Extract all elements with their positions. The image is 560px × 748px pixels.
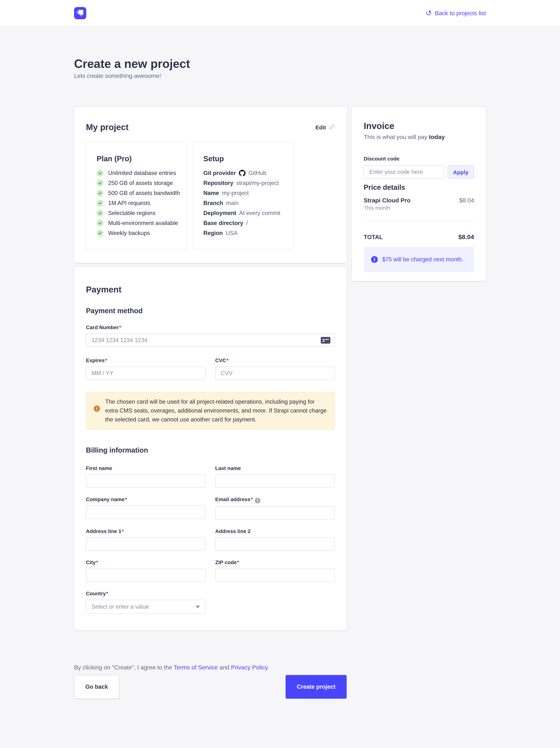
city-label: City* bbox=[86, 559, 205, 566]
zip-code-input[interactable] bbox=[215, 568, 335, 582]
list-item: Unlimited database entries bbox=[97, 170, 176, 177]
email-label: Email address*i bbox=[215, 496, 335, 504]
main-content: Create a new project Lets create somethi… bbox=[0, 56, 560, 748]
back-link-label: Back to projects list bbox=[435, 10, 486, 17]
page-head: Create a new project Lets create somethi… bbox=[74, 56, 486, 80]
terms-of-service-link[interactable]: Terms of Service bbox=[174, 664, 218, 671]
plan-feature-list: Unlimited database entries 250 GB of ass… bbox=[97, 170, 176, 236]
edit-button-label: Edit bbox=[315, 124, 326, 130]
divider bbox=[364, 220, 474, 221]
check-icon bbox=[97, 230, 103, 236]
total-amount: $8.04 bbox=[458, 234, 474, 241]
check-icon bbox=[97, 190, 103, 196]
project-card-title: My project bbox=[86, 122, 128, 132]
last-name-input[interactable] bbox=[215, 474, 335, 488]
country-group: Country* Select or enter a value bbox=[86, 590, 205, 614]
price-item-name: Strapi Cloud Pro bbox=[364, 197, 410, 204]
list-item: Weekly backups bbox=[97, 230, 176, 236]
list-item: 500 GB of assets bandwidth bbox=[97, 190, 176, 196]
discount-code-section: Discount code Apply bbox=[364, 156, 474, 179]
warning-text: The chosen card will be used for all pro… bbox=[105, 397, 327, 424]
price-item-period: This month bbox=[364, 205, 474, 211]
strapi-logo-icon bbox=[74, 7, 86, 19]
address-line-1-label: Address line 1* bbox=[86, 528, 205, 535]
company-name-input[interactable] bbox=[86, 506, 205, 519]
card-number-group: Card Number* bbox=[86, 324, 335, 347]
payment-method-heading: Payment method bbox=[86, 307, 335, 315]
next-month-charge-note: i $75 will be charged next month. bbox=[364, 247, 474, 272]
email-input[interactable] bbox=[215, 506, 335, 520]
company-name-label: Company name* bbox=[86, 496, 205, 502]
first-name-input[interactable] bbox=[86, 474, 205, 488]
terms-agreement-text: By clicking on "Create", I agree to the … bbox=[74, 663, 347, 671]
first-name-group: First name bbox=[86, 465, 205, 488]
discount-code-label: Discount code bbox=[364, 156, 474, 162]
last-name-group: Last name bbox=[215, 465, 335, 488]
address-line-2-label: Address line 2 bbox=[215, 528, 335, 535]
page-title: Create a new project bbox=[74, 56, 486, 71]
edit-project-button[interactable]: Edit bbox=[315, 124, 335, 131]
email-info-icon: i bbox=[255, 498, 261, 504]
setup-row: Repositorystrapi/my-project bbox=[203, 180, 283, 186]
last-name-label: Last name bbox=[215, 465, 335, 471]
payment-card: Payment Payment method Card Number* bbox=[74, 267, 347, 630]
card-usage-warning: ! The chosen card will be used for all p… bbox=[86, 392, 335, 429]
chevron-down-icon bbox=[196, 606, 200, 608]
price-line-item: Strapi Cloud Pro $8.04 bbox=[364, 197, 474, 204]
plan-box-title: Plan (Pro) bbox=[97, 154, 176, 163]
project-summary-card: My project Edit bbox=[74, 107, 347, 263]
city-group: City* bbox=[86, 559, 205, 582]
pencil-icon bbox=[329, 124, 335, 131]
invoice-card: Invoice This is what you will pay today … bbox=[352, 107, 486, 281]
total-label: TOTAL bbox=[364, 234, 383, 240]
github-icon bbox=[239, 170, 246, 177]
check-icon bbox=[97, 170, 103, 177]
info-icon: i bbox=[371, 256, 378, 263]
back-arrow-icon: ↺ bbox=[426, 9, 432, 17]
expires-group: Expires* bbox=[86, 357, 205, 380]
warning-icon: ! bbox=[94, 405, 100, 412]
list-item: 1M API requests bbox=[97, 200, 176, 207]
invoice-title: Invoice bbox=[364, 120, 474, 132]
first-name-label: First name bbox=[86, 465, 205, 471]
cvc-label: CVC* bbox=[215, 357, 335, 364]
check-icon bbox=[97, 220, 103, 227]
list-item: 250 GB of assets storage bbox=[97, 180, 176, 186]
check-icon bbox=[97, 180, 103, 186]
address-line-1-input[interactable] bbox=[86, 537, 205, 551]
setup-box: Setup Git provider GitHub Repositorystra bbox=[193, 141, 294, 250]
expires-input[interactable] bbox=[86, 367, 205, 380]
list-item: Multi-environment available bbox=[97, 220, 176, 227]
page-subtitle: Lets create something awesome! bbox=[74, 72, 486, 80]
apply-discount-button[interactable]: Apply bbox=[447, 165, 474, 179]
setup-rows: Git provider GitHub Repositorystrapi/my-… bbox=[203, 170, 283, 236]
company-name-group: Company name* bbox=[86, 496, 205, 520]
zip-code-label: ZIP code* bbox=[215, 559, 335, 566]
setup-row: DeploymentAt every commit bbox=[203, 210, 283, 216]
address-line-2-group: Address line 2 bbox=[215, 528, 335, 551]
setup-row: Base directory/ bbox=[203, 220, 283, 227]
card-number-input[interactable] bbox=[86, 334, 335, 347]
list-item: Selectable regions bbox=[97, 210, 176, 216]
address-line-2-input[interactable] bbox=[215, 537, 335, 551]
setup-row-git-provider: Git provider GitHub bbox=[203, 170, 283, 177]
city-input[interactable] bbox=[86, 568, 205, 582]
cvc-input[interactable] bbox=[215, 367, 335, 380]
address-line-1-group: Address line 1* bbox=[86, 528, 205, 551]
zip-code-group: ZIP code* bbox=[215, 559, 335, 582]
back-to-projects-link[interactable]: ↺ Back to projects list bbox=[426, 9, 486, 17]
create-project-button[interactable]: Create project bbox=[286, 675, 347, 699]
discount-code-input[interactable] bbox=[364, 165, 444, 179]
email-group: Email address*i bbox=[215, 496, 335, 520]
country-select[interactable]: Select or enter a value bbox=[86, 600, 205, 614]
card-number-label: Card Number* bbox=[86, 324, 335, 331]
payment-section-title: Payment bbox=[86, 284, 335, 295]
billing-information-heading: Billing information bbox=[86, 446, 335, 455]
price-item-amount: $8.04 bbox=[459, 197, 474, 204]
privacy-policy-link[interactable]: Privacy Policy bbox=[231, 664, 267, 671]
setup-row: RegionUSA bbox=[203, 230, 283, 236]
top-bar: ↺ Back to projects list bbox=[0, 0, 560, 27]
plan-box: Plan (Pro) Unlimited database entries 25… bbox=[86, 141, 187, 250]
check-icon bbox=[97, 200, 103, 207]
go-back-button[interactable]: Go back bbox=[74, 675, 119, 699]
